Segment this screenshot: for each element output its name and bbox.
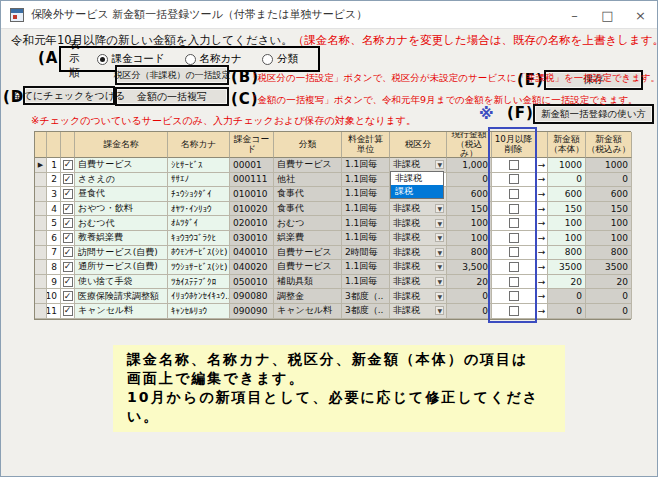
- cell-kana[interactable]: ﾂｳｼｮｻｰﾋﾞｽ(ｼﾋ): [168, 260, 230, 275]
- cell-name[interactable]: 使い捨て手袋: [75, 275, 168, 290]
- include-checkbox[interactable]: ✓: [63, 160, 73, 170]
- cell-new-amount-base[interactable]: 3500: [548, 260, 586, 275]
- tax-bulk-set-button[interactable]: 税区分（非課税）の一括設定: [115, 65, 229, 85]
- include-checkbox[interactable]: ✓: [63, 277, 73, 287]
- delete-checkbox[interactable]: [509, 247, 519, 257]
- cell-name[interactable]: 昼食代: [75, 187, 168, 202]
- delete-checkbox[interactable]: [509, 189, 519, 199]
- cell-tax[interactable]: 非課税▼: [390, 275, 447, 290]
- row-selector[interactable]: [35, 187, 47, 202]
- combo-arrow-icon[interactable]: ▼: [435, 262, 444, 271]
- cell-tax[interactable]: 非課税▼: [390, 216, 447, 231]
- table-row: 10✓医療保険請求調整額ｲﾘｮｳﾎｹﾝｾｲｷｭｳ...090080調整金3都度（…: [35, 289, 630, 304]
- row-selector[interactable]: [35, 246, 47, 261]
- cell-name[interactable]: おむつ代: [75, 216, 168, 231]
- cell-tax[interactable]: 非課税▼: [390, 260, 447, 275]
- cell-tax[interactable]: 非課税▼: [390, 304, 447, 319]
- combo-arrow-icon[interactable]: ▼: [435, 204, 444, 213]
- check-all-button[interactable]: 全てにチェックをつける: [23, 86, 115, 105]
- include-checkbox[interactable]: ✓: [63, 204, 73, 214]
- cell-code: 090090: [230, 304, 274, 319]
- delete-checkbox[interactable]: [509, 218, 519, 228]
- combo-arrow-icon[interactable]: ▼: [435, 233, 444, 242]
- cell-kana[interactable]: ｼﾋｻｰﾋﾞｽ: [168, 158, 230, 173]
- include-checkbox[interactable]: ✓: [63, 174, 73, 184]
- cell-tax[interactable]: 非課税▼: [390, 246, 447, 261]
- sort-radio-option[interactable]: 課金コード: [97, 52, 165, 66]
- delete-checkbox[interactable]: [509, 204, 519, 214]
- cell-new-amount-base[interactable]: 0: [548, 304, 586, 319]
- cell-new-amount-base[interactable]: 150: [548, 202, 586, 217]
- sort-radio-option[interactable]: 名称カナ: [185, 52, 243, 66]
- cell-new-amount-base[interactable]: 1000: [548, 158, 586, 173]
- cell-kana[interactable]: ｻｻｴﾉ: [168, 173, 230, 188]
- delete-checkbox[interactable]: [509, 291, 519, 301]
- cell-kana[interactable]: ｷｬﾝｾﾙﾘｮｳ: [168, 304, 230, 319]
- cell-name[interactable]: 医療保険請求調整額: [75, 289, 168, 304]
- cell-name[interactable]: 自費サービス: [75, 158, 168, 173]
- cell-new-amount-base[interactable]: 100: [548, 231, 586, 246]
- row-selector[interactable]: [35, 202, 47, 217]
- cell-new-amount-base[interactable]: 100: [548, 216, 586, 231]
- help-button[interactable]: 新金額一括登録の使い方: [533, 104, 654, 124]
- cell-name[interactable]: おやつ・飲料: [75, 202, 168, 217]
- cell-name[interactable]: ささえの: [75, 173, 168, 188]
- maximize-button[interactable]: □: [591, 1, 624, 29]
- cell-name[interactable]: 訪問サービス(自費): [75, 246, 168, 261]
- sort-radio-option[interactable]: 分類: [262, 52, 298, 66]
- cell-name[interactable]: 通所サービス(自費): [75, 260, 168, 275]
- cell-kana[interactable]: ﾎｳﾓﾝｻｰﾋﾞｽ(ｼﾋ): [168, 246, 230, 261]
- include-checkbox[interactable]: ✓: [63, 306, 73, 316]
- delete-checkbox[interactable]: [509, 277, 519, 287]
- cell-new-amount-base[interactable]: 800: [548, 246, 586, 261]
- combo-arrow-icon[interactable]: ▼: [435, 219, 444, 228]
- row-selector[interactable]: [35, 289, 47, 304]
- combo-arrow-icon[interactable]: ▼: [435, 277, 444, 286]
- copy-arrow-icon: →: [536, 231, 548, 246]
- cell-kana[interactable]: ｵﾑﾂﾀﾞｲ: [168, 216, 230, 231]
- copy-arrow-icon: →: [536, 173, 548, 188]
- cell-new-amount-base[interactable]: 0: [548, 289, 586, 304]
- include-checkbox[interactable]: ✓: [63, 189, 73, 199]
- cell-tax[interactable]: 非課税▼: [390, 231, 447, 246]
- cell-kana[interactable]: ﾁｭｳｼｮｸﾀﾞｲ: [168, 187, 230, 202]
- cell-new-amount-base[interactable]: 0: [548, 173, 586, 188]
- cell-kana[interactable]: ｲﾘｮｳﾎｹﾝｾｲｷｭｳ...: [168, 289, 230, 304]
- delete-checkbox[interactable]: [509, 174, 519, 184]
- delete-checkbox[interactable]: [509, 262, 519, 272]
- close-button[interactable]: ×: [624, 1, 657, 29]
- include-checkbox[interactable]: ✓: [63, 291, 73, 301]
- cell-name[interactable]: 教養娯楽費: [75, 231, 168, 246]
- include-checkbox[interactable]: ✓: [63, 247, 73, 257]
- row-selector[interactable]: ▶: [35, 158, 47, 173]
- include-checkbox[interactable]: ✓: [63, 262, 73, 272]
- row-selector[interactable]: [35, 304, 47, 319]
- row-selector[interactable]: [35, 231, 47, 246]
- window-title: 保険外サービス 新金額一括登録ツール（付帯または単独サービス）: [31, 1, 367, 29]
- combo-arrow-icon[interactable]: ▼: [435, 306, 444, 315]
- cell-kana[interactable]: ｷｮｳﾖｳｺﾞﾗｸﾋ: [168, 231, 230, 246]
- row-selector[interactable]: [35, 173, 47, 188]
- cell-kana[interactable]: ﾂｶｲｽﾃﾃﾌﾞｸﾛ: [168, 275, 230, 290]
- delete-checkbox[interactable]: [509, 306, 519, 316]
- row-selector[interactable]: [35, 260, 47, 275]
- dropdown-option[interactable]: 非課税: [391, 172, 443, 185]
- delete-checkbox[interactable]: [509, 160, 519, 170]
- include-checkbox[interactable]: ✓: [63, 218, 73, 228]
- cell-name[interactable]: キャンセル料: [75, 304, 168, 319]
- dropdown-option[interactable]: 課税: [391, 185, 443, 198]
- minimize-button[interactable]: –: [558, 1, 591, 29]
- cell-tax[interactable]: 非課税▼: [390, 289, 447, 304]
- cell-tax[interactable]: 非課税▼: [390, 202, 447, 217]
- combo-arrow-icon[interactable]: ▼: [435, 248, 444, 257]
- cell-new-amount-base[interactable]: 600: [548, 187, 586, 202]
- row-selector[interactable]: [35, 216, 47, 231]
- combo-arrow-icon[interactable]: ▼: [435, 160, 444, 169]
- combo-arrow-icon[interactable]: ▼: [435, 292, 444, 301]
- cell-new-amount-base[interactable]: 20: [548, 275, 586, 290]
- row-selector[interactable]: [35, 275, 47, 290]
- include-checkbox[interactable]: ✓: [63, 233, 73, 243]
- cell-kana[interactable]: ｵﾔﾂ･ｲﾝﾘｮｳ: [168, 202, 230, 217]
- delete-checkbox[interactable]: [509, 233, 519, 243]
- amount-copy-button[interactable]: 金額の一括複写: [115, 87, 229, 106]
